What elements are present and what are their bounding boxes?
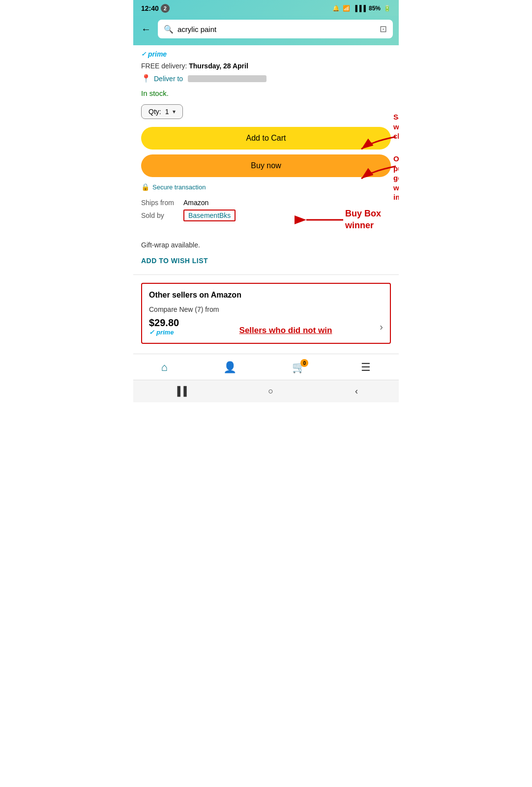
other-sellers-section[interactable]: Other sellers on Amazon Compare New (7) …: [141, 283, 391, 344]
status-bar: 12:40 2 🔔 📶 ▐▐▐ 85% 🔋: [133, 0, 399, 16]
location-icon: 📍: [141, 74, 151, 83]
buy-box-arrow: [304, 212, 343, 227]
delivery-info: FREE delivery: Thursday, 28 April: [141, 62, 391, 74]
qty-value: 1: [165, 108, 169, 116]
delivery-label: FREE delivery:: [141, 62, 187, 70]
in-stock-label: In stock.: [141, 89, 391, 104]
delivery-date: Thursday, 28 April: [189, 62, 248, 70]
sold-by-label: Sold by: [141, 212, 176, 219]
section-divider: [133, 274, 399, 275]
time: 12:40: [141, 4, 159, 12]
other-sellers-title: Other sellers on Amazon: [149, 291, 383, 300]
ships-from-label: Ships from: [141, 199, 176, 207]
gift-wrap-info: Gift-wrap available.: [141, 241, 391, 249]
android-navigation: ▐▐ ○ ‹: [133, 380, 399, 402]
prime-check-icon: ✓: [141, 51, 146, 58]
ships-from-value: Amazon: [183, 199, 208, 207]
search-area: ← 🔍 acrylic paint ⊡: [133, 16, 399, 45]
buy-now-arrow: [356, 161, 396, 181]
android-home-button[interactable]: ○: [268, 386, 273, 396]
prime-label: prime: [148, 50, 167, 58]
account-icon: 👤: [223, 361, 236, 374]
search-box[interactable]: 🔍 acrylic paint ⊡: [158, 20, 393, 38]
battery-icon: 🔋: [384, 5, 391, 12]
nav-home[interactable]: ⌂: [153, 359, 176, 376]
nav-menu[interactable]: ☰: [353, 359, 379, 376]
deliver-to-address: [188, 75, 266, 82]
add-to-cart-arrow: [356, 132, 396, 151]
prime-check-small: ✓: [149, 329, 154, 336]
compare-text: Compare New (7) from: [149, 305, 383, 313]
main-content: ✓ prime FREE delivery: Thursday, 28 Apri…: [133, 45, 399, 344]
sold-by-value[interactable]: BasementBks: [183, 210, 236, 221]
add-to-wish-list-button[interactable]: ADD TO WISH LIST: [141, 257, 391, 265]
android-back-button[interactable]: ‹: [355, 386, 358, 396]
add-to-cart-button[interactable]: Add to Cart: [141, 127, 391, 150]
quantity-selector[interactable]: Qty: 1 ▾: [141, 104, 183, 119]
secure-transaction: 🔒 Secure transaction: [141, 183, 391, 191]
camera-icon[interactable]: ⊡: [380, 24, 387, 34]
search-query: acrylic paint: [177, 25, 376, 33]
losers-annotation-container: Sellers who did not win: [201, 325, 370, 336]
nav-cart[interactable]: 🛒 0: [284, 359, 313, 376]
wifi-icon: 📶: [343, 5, 350, 12]
buy-box-annotation-container: Buy Box winner: [304, 208, 381, 231]
other-sellers-price: $29.80: [149, 317, 179, 329]
status-icons: 🔔 📶 ▐▐▐ 85% 🔋: [332, 5, 391, 12]
secure-label[interactable]: Secure transaction: [152, 183, 206, 191]
chevron-right-icon[interactable]: ›: [380, 321, 383, 333]
battery-label: 85%: [369, 5, 381, 12]
qty-label: Qty:: [148, 108, 161, 116]
ships-from-row: Ships from Amazon: [141, 199, 391, 207]
cart-count: 0: [300, 359, 308, 367]
menu-icon: ☰: [361, 361, 371, 374]
notification-badge: 2: [161, 4, 170, 13]
nav-account[interactable]: 👤: [215, 359, 244, 376]
prime-label-small: prime: [156, 329, 174, 336]
prime-badge: ✓ prime: [141, 45, 391, 62]
alarm-icon: 🔔: [332, 5, 340, 12]
other-sellers-prime: ✓ prime: [149, 329, 179, 336]
bottom-navigation: ⌂ 👤 🛒 0 ☰: [133, 354, 399, 380]
buy-box-annotation-text: Buy Box winner: [345, 208, 381, 231]
losers-annotation-text: Sellers who did not win: [239, 326, 332, 335]
android-recents-button[interactable]: ▐▐: [174, 386, 187, 396]
purchase-buttons-section: Add to Cart Buy now Sale goes to winner …: [141, 127, 391, 177]
deliver-to-label: Deliver to: [154, 75, 183, 83]
buy-now-button[interactable]: Buy now: [141, 154, 391, 177]
home-icon: ⌂: [161, 361, 168, 374]
deliver-to[interactable]: 📍 Deliver to: [141, 74, 391, 89]
seller-info: Ships from Amazon Sold by BasementBks: [141, 199, 391, 221]
signal-icon: ▐▐▐: [353, 5, 366, 12]
qty-dropdown-icon: ▾: [173, 108, 176, 115]
lock-icon: 🔒: [141, 183, 149, 191]
search-icon: 🔍: [164, 25, 174, 34]
back-button[interactable]: ←: [139, 22, 153, 37]
